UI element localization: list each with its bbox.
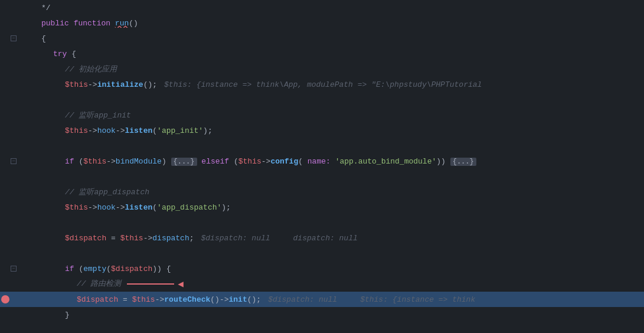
code-line xyxy=(0,246,644,261)
code-line: try { xyxy=(0,46,644,61)
line-content: // 监听app_init xyxy=(27,110,644,120)
line-content: $this->hook->listen('app_init'); xyxy=(27,126,644,135)
line-content: $dispatch = $this->routeCheck()->init();… xyxy=(27,295,644,304)
code-line: $this->initialize();$this: {instance => … xyxy=(0,77,644,92)
code-line: $this->hook->listen('app_init'); xyxy=(0,123,644,138)
code-editor: */public function run()−{try {// 初始化应用$t… xyxy=(0,0,644,333)
line-content: */ xyxy=(27,4,644,12)
line-content: try { xyxy=(27,50,644,58)
code-line: // 路由检测 ◀ xyxy=(0,276,644,292)
code-line: */ xyxy=(0,0,644,15)
line-content: } xyxy=(27,311,644,319)
code-line: −{ xyxy=(0,31,644,46)
code-line: // 监听app_dispatch xyxy=(0,184,644,200)
fold-icon[interactable]: − xyxy=(11,35,17,41)
code-line: $dispatch = $this->routeCheck()->init();… xyxy=(0,292,644,307)
code-line: // 初始化应用 xyxy=(0,61,644,77)
code-line: $this->hook->listen('app_dispatch'); xyxy=(0,200,644,215)
fold-icon[interactable]: − xyxy=(11,266,17,272)
line-content: // 监听app_dispatch xyxy=(27,187,644,197)
line-content: // 路由检测 ◀ xyxy=(27,278,644,290)
arrow-indicator: ◀ xyxy=(121,279,183,288)
code-line: $dispatch = $this->dispatch;$dispatch: n… xyxy=(0,230,644,246)
code-line: −if (empty($dispatch)) { xyxy=(0,261,644,276)
line-content: $this->hook->listen('app_dispatch'); xyxy=(27,203,644,212)
code-line xyxy=(0,92,644,107)
line-content: $dispatch = $this->dispatch;$dispatch: n… xyxy=(27,234,644,243)
line-content: { xyxy=(27,34,644,43)
fold-icon[interactable]: − xyxy=(11,158,17,164)
code-line: public function run() xyxy=(0,15,644,31)
line-content: if ($this->bindModule) {...} elseif ($th… xyxy=(27,157,644,166)
breakpoint-icon[interactable] xyxy=(1,295,9,303)
code-line: } xyxy=(0,307,644,322)
code-line: // 监听app_init xyxy=(0,107,644,123)
code-line xyxy=(0,169,644,184)
line-content: if (empty($dispatch)) { xyxy=(27,265,644,273)
line-content: $this->initialize();$this: {instance => … xyxy=(27,80,644,89)
code-line: −if ($this->bindModule) {...} elseif ($t… xyxy=(0,154,644,169)
line-content: public function run() xyxy=(27,19,644,28)
code-line xyxy=(0,138,644,154)
line-content: // 初始化应用 xyxy=(27,64,644,74)
code-line xyxy=(0,215,644,230)
